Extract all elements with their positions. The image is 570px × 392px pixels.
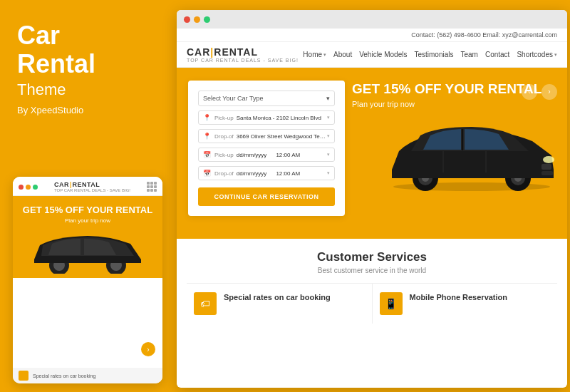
site-nav: Home ▾ About Vehicle Models Testimonials…	[303, 51, 557, 58]
pickup-location-row[interactable]: 📍 Pick-up Santa Monica - 2102 Lincoln Bl…	[198, 110, 335, 125]
hero-section: Select Your Car Type ▾ 📍 Pick-up Santa M…	[177, 68, 567, 239]
services-subtitle: Best customer service in the world	[187, 267, 557, 274]
svg-point-12	[543, 156, 554, 163]
nav-about[interactable]: About	[333, 51, 352, 58]
mobile-logo: CAR | RENTAL TOP CAR RENTAL DEALS - SAVE…	[54, 181, 130, 192]
mobile-hero-subtitle: Plan your trip now	[20, 217, 155, 224]
service-card-mobile: 📱 Mobile Phone Reservation	[373, 284, 558, 324]
hero-car-image	[379, 107, 564, 195]
continue-reservation-button[interactable]: CONTINUE CAR RESERVATION	[198, 187, 335, 206]
mobile-dot-yellow	[26, 185, 31, 190]
service-rates-icon-box: 🏷	[194, 292, 217, 315]
dropoff-time-caret: ▾	[327, 170, 330, 176]
browser-window: Contact: (562) 498-4600 Email: xyz@carre…	[177, 10, 567, 388]
service-mobile-icon-box: 📱	[380, 292, 403, 315]
mobile-service-icon	[19, 371, 28, 381]
nav-home[interactable]: Home ▾	[303, 51, 326, 58]
pickup-date-icon: 📅	[203, 151, 211, 158]
site-topbar: Contact: (562) 498-4600 Email: xyz@carre…	[177, 29, 567, 42]
dropoff-location-row[interactable]: 📍 Drop-of 3669 Oliver Street Wedgwood Te…	[198, 129, 335, 143]
svg-rect-13	[542, 164, 551, 170]
left-byline: By XpeedStudio	[17, 105, 154, 115]
left-subtitle: Theme	[17, 81, 154, 99]
site-logo-rental: RENTAL	[214, 46, 258, 58]
site-header: Contact: (562) 498-4600 Email: xyz@carre…	[177, 29, 567, 68]
pickup-location-label: Pick-up	[214, 115, 234, 121]
browser-chrome	[177, 10, 567, 29]
site-logo: CAR | RENTAL TOP CAR RENTAL DEALS - SAVE…	[187, 46, 299, 63]
service-rates-icon: 🏷	[200, 298, 210, 309]
nav-testimonials[interactable]: Testimonials	[414, 51, 453, 58]
nav-shortcodes-arrow: ▾	[554, 52, 557, 58]
hero-next-button[interactable]: ›	[542, 84, 557, 100]
left-title: Car Rental	[17, 21, 154, 78]
chrome-dot-red	[184, 16, 190, 23]
mobile-mockup: CAR | RENTAL TOP CAR RENTAL DEALS - SAVE…	[13, 177, 162, 383]
mobile-dot-green	[33, 185, 38, 190]
dropoff-date-label: Drop-of	[214, 170, 234, 177]
dropoff-date-icon: 📅	[203, 170, 211, 177]
service-mobile-icon: 📱	[385, 298, 397, 309]
mobile-traffic-dots	[19, 185, 38, 190]
site-logo-tagline: TOP CAR RENTAL DEALS - SAVE BIG!	[187, 58, 299, 63]
dropoff-location-icon: 📍	[203, 133, 211, 140]
svg-rect-14	[542, 171, 553, 175]
pickup-date-label: Pick-up	[214, 152, 234, 158]
car-type-caret: ▾	[326, 95, 330, 102]
dropoff-date-value: dd/mm/yyyy	[237, 170, 276, 177]
hero-arrows: ‹ ›	[522, 84, 557, 100]
mobile-hero-title: GET 15% OFF YOUR RENTAL	[20, 205, 155, 216]
car-type-select[interactable]: Select Your Car Type ▾	[198, 91, 335, 106]
services-section: Customer Services Best customer service …	[177, 239, 567, 331]
pickup-location-icon: 📍	[203, 114, 211, 121]
hero-prev-button[interactable]: ‹	[522, 84, 537, 100]
pickup-time-value: 12:00 AM	[276, 152, 326, 158]
pickup-date-row[interactable]: 📅 Pick-up dd/mm/yyyy 12:00 AM ▾	[198, 148, 335, 162]
mobile-next-arrow[interactable]: ›	[141, 342, 155, 356]
site-logo-car: CAR	[187, 46, 210, 58]
mobile-dot-red	[19, 185, 24, 190]
mobile-grid-icon	[147, 182, 157, 192]
car-type-label: Select Your Car Type	[203, 95, 263, 102]
nav-vehicle-models[interactable]: Vehicle Models	[359, 51, 407, 58]
left-panel: Car Rental Theme By XpeedStudio CAR | RE…	[0, 0, 171, 392]
dropoff-location-label: Drop-of	[214, 133, 234, 140]
service-card-rates: 🏷 Special rates on car booking	[187, 284, 373, 324]
services-title: Customer Services	[187, 250, 557, 264]
dropoff-time-value: 12:00 AM	[276, 170, 326, 177]
chrome-dot-green	[204, 16, 210, 23]
mobile-bottom-bar: Special rates on car booking	[13, 368, 162, 383]
pickup-time-caret: ▾	[327, 152, 330, 158]
car-svg	[379, 107, 564, 192]
nav-home-arrow: ▾	[323, 52, 326, 58]
mobile-service-label: Special rates on car booking	[33, 373, 95, 378]
nav-shortcodes[interactable]: Shortcodes ▾	[517, 51, 557, 58]
pickup-location-value: Santa Monica - 2102 Lincoln Blvd	[237, 115, 326, 121]
pickup-location-caret: ▾	[327, 115, 330, 120]
dropoff-location-caret: ▾	[327, 133, 330, 139]
reservation-form: Select Your Car Type ▾ 📍 Pick-up Santa M…	[188, 81, 345, 216]
service-mobile-label: Mobile Phone Reservation	[410, 292, 508, 302]
mobile-car-image	[27, 224, 148, 274]
nav-team[interactable]: Team	[460, 51, 477, 58]
hero-right: GET 15% OFF YOUR RENTAL Plan your trip n…	[345, 68, 567, 108]
chrome-dot-yellow	[194, 16, 200, 23]
pickup-date-value: dd/mm/yyyy	[237, 152, 276, 158]
services-cards: 🏷 Special rates on car booking 📱 Mobile …	[187, 283, 557, 324]
service-rates-label: Special rates on car booking	[224, 292, 331, 302]
dropoff-date-row[interactable]: 📅 Drop-of dd/mm/yyyy 12:00 AM ▾	[198, 166, 335, 180]
mobile-top-bar: CAR | RENTAL TOP CAR RENTAL DEALS - SAVE…	[13, 177, 162, 196]
dropoff-location-value: 3669 Oliver Street Wedgwood Texa	[237, 133, 326, 140]
site-nav-row: CAR | RENTAL TOP CAR RENTAL DEALS - SAVE…	[177, 42, 567, 67]
nav-contact[interactable]: Contact	[485, 51, 509, 58]
mobile-hero-section: GET 15% OFF YOUR RENTAL Plan your trip n…	[13, 196, 162, 278]
